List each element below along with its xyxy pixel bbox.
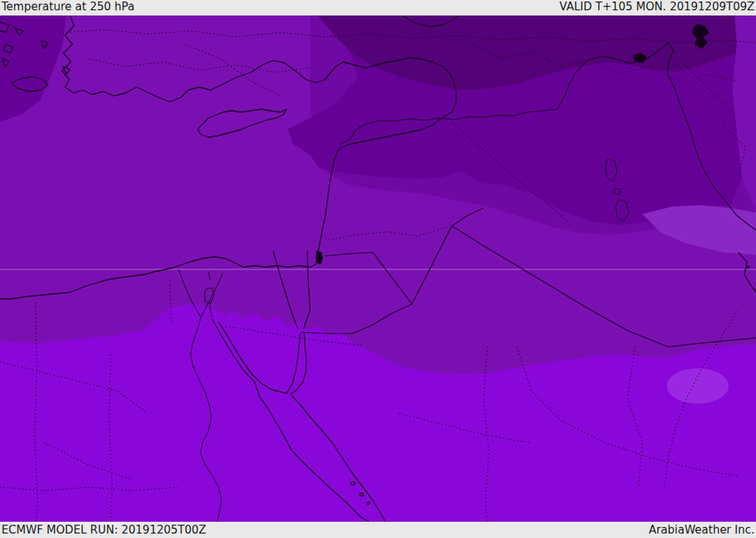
valid-time-label: VALID T+105 MON. 20191209T09Z [560,0,756,14]
band-warmest-patch [667,368,729,404]
weather-map-screen: Temperature at 250 hPa VALID T+105 MON. … [0,0,756,538]
map-title: Temperature at 250 hPa [0,0,134,14]
credit-label: ArabiaWeather Inc. [649,523,756,537]
footer-bar: ECMWF MODEL RUN: 20191205T00Z ArabiaWeat… [0,522,756,538]
temperature-field [0,15,756,522]
model-run-label: ECMWF MODEL RUN: 20191205T00Z [0,523,206,537]
map-container [0,15,756,522]
header-bar: Temperature at 250 hPa VALID T+105 MON. … [0,0,756,15]
weather-map [0,15,756,522]
